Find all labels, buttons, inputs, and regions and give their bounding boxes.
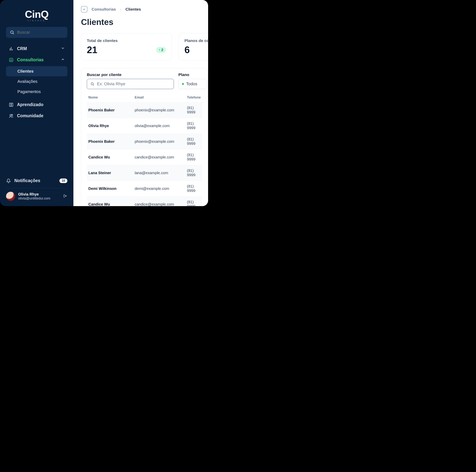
sidebar-item-aprendizado[interactable]: Aprendizado xyxy=(6,99,67,110)
card-plans: Planos de co 6 xyxy=(179,33,208,61)
brand-logo: CinQ FINANCE xyxy=(6,9,67,22)
main-content: Consultorias › Clientes Clientes Total d… xyxy=(73,0,208,206)
avatar xyxy=(6,192,15,201)
filter-search-col: Buscar por cliente xyxy=(87,72,174,89)
svg-point-10 xyxy=(12,114,13,115)
th-name[interactable]: Nome xyxy=(87,93,133,102)
profile-email: olivia@untitledui.com xyxy=(18,196,50,200)
sidebar-bottom: Notificações 10 Olivia Rhye olivia@untit… xyxy=(6,176,67,201)
clients-panel: Buscar por cliente Plano Todos xyxy=(81,68,208,206)
bars-icon xyxy=(9,47,14,51)
chevron-up-icon xyxy=(61,57,65,62)
status-dot-icon xyxy=(182,83,184,85)
divider xyxy=(5,188,68,188)
card-label: Planos de co xyxy=(185,38,208,43)
chart-icon xyxy=(9,58,14,62)
sidebar-item-label: CRM xyxy=(17,46,27,51)
users-icon xyxy=(9,114,14,118)
breadcrumb: Consultorias › Clientes xyxy=(81,6,208,13)
cell-name: Phoenix Baker xyxy=(87,102,133,118)
stats-cards-row: Total de clientes 21 ↑ 2 Planos de co 6 xyxy=(81,33,208,61)
card-value: 21 xyxy=(87,44,97,55)
logout-icon[interactable] xyxy=(63,194,67,199)
cell-name: Candice Wu xyxy=(87,196,133,206)
cell-name: Olivia Rhye xyxy=(87,118,133,134)
client-search[interactable] xyxy=(87,79,174,89)
th-email[interactable]: Email xyxy=(133,93,186,102)
cell-phone: (81) 9999 xyxy=(186,134,202,149)
profile-row[interactable]: Olivia Rhye olivia@untitledui.com xyxy=(6,192,67,201)
sidebar-search-input[interactable] xyxy=(17,30,64,35)
table-row[interactable]: Demi Wilkinsondemi@example.com(81) 9999 xyxy=(87,181,202,196)
sidebar-item-label: Aprendizado xyxy=(17,102,43,107)
breadcrumb-current: Clientes xyxy=(125,7,141,12)
cell-phone: (81) 9999 xyxy=(186,102,202,118)
cell-phone: (81) 9999 xyxy=(186,196,202,206)
sidebar-subitem-clientes[interactable]: Clientes xyxy=(6,66,67,76)
sidebar-subitem-pagamentos[interactable]: Pagamentos xyxy=(6,87,67,97)
breadcrumb-home-icon[interactable] xyxy=(81,6,87,13)
client-search-input[interactable] xyxy=(97,81,170,86)
arrow-up-icon: ↑ xyxy=(159,48,161,52)
table-row[interactable]: Lana Steinerlana@example.com(81) 9999 xyxy=(87,165,202,181)
filter-row: Buscar por cliente Plano Todos xyxy=(87,72,202,89)
search-icon xyxy=(10,30,14,35)
cell-phone: (81) 9999 xyxy=(186,118,202,134)
chevron-down-icon xyxy=(61,46,65,51)
cell-phone: (81) 9999 xyxy=(186,165,202,181)
book-icon xyxy=(9,102,14,107)
cell-name: Phoenix Baker xyxy=(87,134,133,149)
sidebar-item-label: Comunidade xyxy=(17,113,43,118)
notifications-count-badge: 10 xyxy=(59,179,67,183)
cell-email: olivia@example.com xyxy=(133,118,186,134)
cell-name: Demi Wilkinson xyxy=(87,181,133,196)
cell-email: phoenix@example.com xyxy=(133,134,186,149)
cell-email: lana@example.com xyxy=(133,165,186,181)
app-window: CinQ FINANCE CRM xyxy=(0,0,208,206)
sidebar-item-comunidade[interactable]: Comunidade xyxy=(6,111,67,121)
svg-line-1 xyxy=(13,33,14,34)
profile-info: Olivia Rhye olivia@untitledui.com xyxy=(18,192,50,200)
sidebar-submenu-consultorias: Clientes Avaliações Pagamentos xyxy=(6,66,67,97)
notifications-label: Notificações xyxy=(14,178,40,183)
filter-search-label: Buscar por cliente xyxy=(87,72,174,77)
breadcrumb-root[interactable]: Consultorias xyxy=(92,7,116,12)
card-total-clients: Total de clientes 21 ↑ 2 xyxy=(81,33,172,61)
plan-select[interactable]: Todos xyxy=(178,79,207,89)
cell-email: candice@example.com xyxy=(133,149,186,165)
cell-email: demi@example.com xyxy=(133,181,186,196)
brand-subtitle: FINANCE xyxy=(28,20,46,22)
cell-name: Lana Steiner xyxy=(87,165,133,181)
chevron-right-icon: › xyxy=(120,7,121,12)
cell-email: phoenix@example.com xyxy=(133,102,186,118)
card-label: Total de clientes xyxy=(87,38,166,43)
sidebar-item-consultorias[interactable]: Consultorias xyxy=(6,55,67,65)
notifications-button[interactable]: Notificações 10 xyxy=(6,176,67,186)
filter-plan-col: Plano Todos xyxy=(178,72,207,89)
sidebar: CinQ FINANCE CRM xyxy=(0,0,73,206)
bell-icon xyxy=(6,179,11,183)
sidebar-item-label: Consultorias xyxy=(17,57,44,62)
trend-value: 2 xyxy=(161,48,163,52)
sidebar-nav: CRM Consultorias Clientes Avaliações Pag… xyxy=(6,44,67,176)
sidebar-item-crm[interactable]: CRM xyxy=(6,44,67,54)
table-row[interactable]: Candice Wucandice@example.com(81) 9999 xyxy=(87,149,202,165)
page-title: Clientes xyxy=(81,17,208,27)
cell-name: Candice Wu xyxy=(87,149,133,165)
table-row[interactable]: Candice Wucandice@example.com(81) 9999 xyxy=(87,196,202,206)
svg-point-9 xyxy=(10,114,11,116)
table-row[interactable]: Phoenix Bakerphoenix@example.com(81) 999… xyxy=(87,102,202,118)
plan-select-value: Todos xyxy=(186,81,197,86)
trend-badge: ↑ 2 xyxy=(156,47,166,53)
th-phone[interactable]: Telefone xyxy=(186,93,202,102)
cell-phone: (81) 9999 xyxy=(186,149,202,165)
table-row[interactable]: Phoenix Bakerphoenix@example.com(81) 999… xyxy=(87,134,202,149)
sidebar-search[interactable] xyxy=(6,27,67,38)
card-value: 6 xyxy=(185,44,190,55)
filter-plan-label: Plano xyxy=(178,72,207,77)
profile-name: Olivia Rhye xyxy=(18,192,50,196)
sidebar-subitem-avaliacoes[interactable]: Avaliações xyxy=(6,76,67,87)
table-row[interactable]: Olivia Rhyeolivia@example.com(81) 9999 xyxy=(87,118,202,134)
cell-email: candice@example.com xyxy=(133,196,186,206)
cell-phone: (81) 9999 xyxy=(186,181,202,196)
